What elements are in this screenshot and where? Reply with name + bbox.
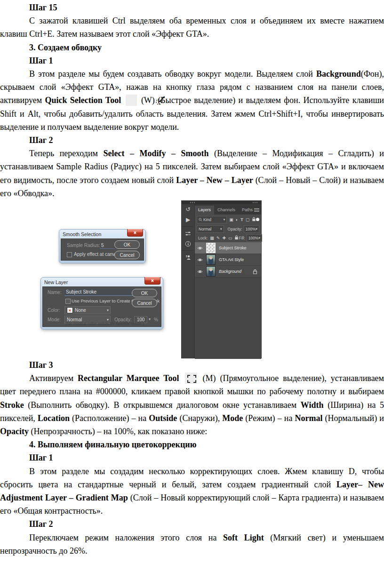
cancel-button[interactable]: Cancel: [132, 299, 157, 307]
doc-heading: Шаг 2: [0, 517, 384, 531]
kind-filter-select[interactable]: Kind ▾: [197, 216, 227, 223]
close-icon[interactable]: ×: [127, 229, 143, 237]
panel-dock: ↺ ▶: [182, 204, 195, 358]
panel-menu-icon[interactable]: [254, 207, 259, 213]
tab-channels[interactable]: Channels: [214, 206, 239, 215]
smooth-selection-dialog: Smooth Selection × Sample Radius: 5 pixe…: [59, 229, 146, 263]
sample-radius-label: Sample Radius:: [67, 243, 100, 248]
filter-type-layers-icon[interactable]: T: [240, 217, 243, 222]
tab-paths[interactable]: Paths: [239, 206, 256, 215]
doc-paragraph: В этом разделе мы будем создавать обводк…: [0, 67, 384, 134]
filter-smart-objects-icon[interactable]: [252, 217, 256, 222]
lock-artboard-icon[interactable]: ▭: [228, 236, 232, 240]
filter-shape-layers-icon[interactable]: ▢: [246, 217, 250, 222]
search-icon: [199, 218, 202, 222]
filter-adjustment-layers-icon[interactable]: ◐: [236, 217, 238, 222]
ok-button[interactable]: OK: [132, 289, 157, 297]
photoshop-layers-panel: ↺ ▶ Layers Channels Paths Kin: [181, 200, 262, 358]
doc-paragraph: С зажатой клавишей Ctrl выделяем оба вре…: [0, 14, 384, 40]
actions-panel-icon[interactable]: ▶: [182, 215, 194, 225]
layer-row-background[interactable]: Background: [195, 266, 261, 278]
visibility-eye-icon[interactable]: [197, 258, 203, 262]
blend-mode-value: Normal: [199, 227, 211, 231]
visibility-eye-icon[interactable]: [197, 246, 203, 250]
layer-name-input[interactable]: Subject Stroke: [64, 289, 136, 296]
figure-screenshots: Smooth Selection × Sample Radius: 5 pixe…: [0, 200, 384, 358]
sample-radius-input[interactable]: [100, 248, 115, 249]
doc-heading: Шаг 15: [0, 1, 384, 14]
opacity-value: 100%: [246, 227, 256, 231]
percent-label: %: [154, 317, 158, 322]
tab-layers[interactable]: Layers: [195, 206, 214, 215]
color-label: Color:: [48, 308, 60, 313]
panel-tabs: Layers Channels Paths: [195, 204, 261, 215]
color-value: None: [75, 308, 86, 313]
blend-mode-select[interactable]: Normal ▾: [197, 225, 224, 233]
layer-row-gta-art-style[interactable]: GTA Art Style: [195, 254, 261, 266]
doc-paragraph: В этом разделе мы создадим несколько кор…: [0, 465, 384, 518]
kind-filter-label: Kind: [203, 217, 211, 222]
doc-paragraph: Теперь переходим Select – Modify – Smoot…: [0, 147, 384, 200]
filter-toggle-icon[interactable]: [256, 218, 259, 221]
doc-heading: 3. Создаем обводку: [0, 41, 384, 54]
layer-name: Subject Stroke: [219, 246, 247, 250]
layer-row-subject-stroke[interactable]: Subject Stroke: [195, 242, 261, 254]
layer-thumbnail[interactable]: [206, 266, 216, 277]
libraries-panel-icon[interactable]: [182, 252, 194, 262]
mode-label: Mode:: [48, 317, 61, 322]
close-icon[interactable]: ×: [144, 277, 160, 285]
lock-position-icon[interactable]: ✚: [222, 236, 226, 240]
sample-radius-value[interactable]: 5: [101, 243, 104, 248]
clipping-mask-checkbox[interactable]: [65, 299, 71, 304]
background-lock-icon[interactable]: [253, 267, 257, 277]
smooth-selection-titlebar[interactable]: Smooth Selection ×: [59, 230, 145, 238]
visibility-eye-icon[interactable]: [197, 270, 203, 274]
quick-selection-tool-icon: [126, 95, 137, 106]
doc-heading: Шаг 1: [0, 451, 384, 464]
document-text-after: Шаг 3Активируем Rectangular Marquee Tool…: [0, 358, 384, 557]
layer-thumbnail[interactable]: [206, 243, 216, 253]
opacity-select[interactable]: 100% ▾: [244, 225, 259, 233]
lock-transparent-pixels-icon[interactable]: ▦: [210, 236, 214, 240]
chevron-down-icon: ▾: [220, 227, 222, 231]
properties-panel-icon[interactable]: [182, 228, 194, 238]
lock-image-pixels-icon[interactable]: ✎: [216, 236, 220, 240]
ok-button[interactable]: OK: [114, 240, 140, 249]
color-select[interactable]: × None ▾: [64, 306, 111, 314]
lock-all-icon[interactable]: [234, 235, 239, 241]
doc-paragraph: Переключаем режим наложения этого слоя н…: [0, 531, 384, 557]
fill-select[interactable]: 100% ▾: [247, 234, 262, 242]
rectangular-marquee-tool-icon: [185, 373, 197, 384]
panel-dock-titlebar[interactable]: [182, 201, 261, 204]
cancel-button[interactable]: Cancel: [114, 251, 140, 259]
panel-empty-area: [195, 278, 261, 359]
dialog-title: New Layer: [44, 279, 68, 285]
chevron-down-icon: ▾: [224, 218, 225, 222]
doc-heading: Шаг 2: [0, 134, 384, 147]
new-layer-dialog: New Layer × Name: Subject Stroke OK Use …: [40, 277, 163, 330]
opacity-label: Opacity:: [228, 227, 242, 231]
chevron-down-icon[interactable]: ▾: [149, 317, 151, 321]
new-layer-titlebar[interactable]: New Layer ×: [41, 278, 163, 286]
layer-thumbnail[interactable]: [206, 254, 216, 265]
no-color-icon: ×: [67, 307, 73, 313]
name-label: Name:: [48, 290, 61, 295]
history-panel-icon[interactable]: ↺: [182, 204, 194, 215]
chevron-down-icon: ▾: [258, 236, 260, 240]
chevron-down-icon: ▾: [256, 227, 257, 231]
info-panel-icon[interactable]: [182, 238, 194, 249]
document-text-before: Шаг 15С зажатой клавишей Ctrl выделяем о…: [0, 1, 384, 200]
filter-pixel-layers-icon[interactable]: ▣: [229, 217, 233, 222]
doc-paragraph: Активируем Rectangular Marquee Tool (M) …: [0, 372, 384, 438]
fill-label: Fill:: [239, 236, 245, 240]
tutorial-document: Шаг 15С зажатой клавишей Ctrl выделяем о…: [0, 0, 384, 557]
apply-canvas-bounds-checkbox[interactable]: [67, 252, 72, 257]
doc-heading: Шаг 1: [0, 54, 384, 67]
doc-heading: 4. Выполняем финальную цветокоррекцию: [0, 438, 384, 451]
chevron-down-icon: ▾: [107, 308, 109, 312]
neutral-color-note: (No neutral color exists for Normal mode…: [65, 321, 144, 326]
doc-heading: Шаг 3: [0, 358, 384, 372]
layer-name: Background: [219, 269, 241, 274]
dialog-title: Smooth Selection: [63, 231, 101, 237]
layer-name: GTA Art Style: [219, 257, 244, 262]
